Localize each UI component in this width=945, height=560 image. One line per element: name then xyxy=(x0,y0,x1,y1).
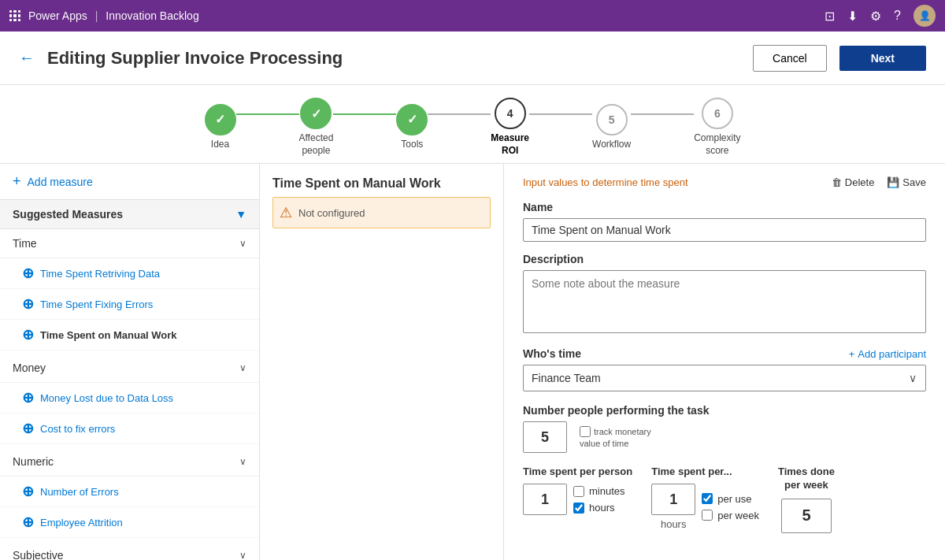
step-line-2 xyxy=(333,113,396,115)
per-use-checkbox[interactable] xyxy=(702,493,713,504)
name-label: Name xyxy=(523,201,926,213)
time-per-person-value[interactable]: 1 xyxy=(523,484,567,515)
cancel-button[interactable]: Cancel xyxy=(753,45,827,72)
per-use-text: per use xyxy=(717,493,751,505)
chevron-down-icon-numeric: ∨ xyxy=(239,456,246,467)
add-participant-button[interactable]: + Add participant xyxy=(849,348,926,360)
measure-label-manual: Time Spent on Manual Work xyxy=(40,329,177,341)
hours-checkbox[interactable] xyxy=(573,503,584,514)
plus-icon-errors: ⊕ xyxy=(22,483,34,500)
main-layout: + Add measure Suggested Measures ▼ Time … xyxy=(0,164,945,560)
time-per-dot-checks: per use per week xyxy=(702,493,759,521)
per-week-checkbox[interactable] xyxy=(702,510,713,521)
track-monetary-input[interactable] xyxy=(580,426,591,437)
list-item-manual[interactable]: ⊕ Time Spent on Manual Work xyxy=(0,320,259,350)
warning-icon: ⚠ xyxy=(280,204,292,221)
category-money[interactable]: Money ∨ xyxy=(0,354,259,383)
num-people-label: Number people performing the task xyxy=(523,404,926,417)
download-icon[interactable]: ⬇ xyxy=(847,9,858,24)
save-button[interactable]: 💾 Save xyxy=(887,176,926,188)
hours-unit-label: hours xyxy=(661,518,687,530)
add-measure-label: Add measure xyxy=(28,176,93,188)
step-label-tools: Tools xyxy=(401,139,423,151)
time-per-person-label: Time spent per person xyxy=(523,465,632,477)
plus-icon-attrition: ⊕ xyxy=(22,514,34,531)
chevron-down-icon-money: ∨ xyxy=(239,362,246,373)
next-button[interactable]: Next xyxy=(839,46,926,71)
minutes-check-label[interactable]: minutes xyxy=(573,485,625,497)
apps-grid-icon[interactable] xyxy=(9,10,20,21)
user-avatar[interactable]: 👤 xyxy=(914,5,936,27)
list-item-attrition[interactable]: ⊕ Employee Attrition xyxy=(0,507,259,538)
product-label: Innovation Backlog xyxy=(106,9,198,22)
measure-card: Time Spent on Manual Work ⚠ Not configur… xyxy=(260,164,503,241)
description-textarea[interactable] xyxy=(523,270,926,333)
step-circle-idea: ✓ xyxy=(205,104,236,135)
step-label-workflow: Workflow xyxy=(592,139,631,151)
time-per-dot-value-col: 1 hours xyxy=(651,484,695,530)
step-line-1 xyxy=(236,113,299,115)
name-input[interactable] xyxy=(523,218,926,242)
step-workflow: 5 Workflow xyxy=(592,104,631,151)
filter-icon[interactable]: ▼ xyxy=(235,208,246,221)
plus-icon-retrieve: ⊕ xyxy=(22,265,34,282)
times-done-value[interactable]: 5 xyxy=(781,499,832,533)
measure-label-fixing: Time Spent Fixing Errors xyxy=(40,299,153,310)
add-measure-header[interactable]: + Add measure xyxy=(0,164,259,200)
page-header: ← Editing Supplier Invoice Processing Ca… xyxy=(0,32,945,85)
not-configured-text: Not configured xyxy=(298,207,365,219)
description-label: Description xyxy=(523,253,926,265)
time-per-dot-value[interactable]: 1 xyxy=(651,484,695,515)
save-icon: 💾 xyxy=(887,176,899,188)
step-measure-roi: 4 MeasureROI xyxy=(491,98,529,157)
not-configured-banner: ⚠ Not configured xyxy=(272,197,491,228)
team-select[interactable]: Finance Team xyxy=(523,365,926,391)
per-week-label[interactable]: per week xyxy=(702,510,759,521)
track-value-label[interactable]: value of time xyxy=(580,439,651,448)
chevron-down-icon-subjective: ∨ xyxy=(239,550,246,560)
num-people-row: 5 track monetary value of time xyxy=(523,421,926,453)
screen-icon[interactable]: ⊡ xyxy=(825,9,835,24)
category-subjective[interactable]: Subjective ∨ xyxy=(0,541,259,560)
topbar-right: ⊡ ⬇ ⚙ ? 👤 xyxy=(825,5,936,27)
num-people-value[interactable]: 5 xyxy=(523,421,567,453)
per-use-label[interactable]: per use xyxy=(702,493,759,505)
step-number-6: 6 xyxy=(714,107,721,120)
plus-icon-data-loss: ⊕ xyxy=(22,389,34,406)
settings-icon[interactable]: ⚙ xyxy=(870,9,881,24)
checkmark-icon-2: ✓ xyxy=(311,106,321,121)
category-subjective-label: Subjective xyxy=(13,549,239,560)
category-time-label: Time xyxy=(13,237,239,250)
list-item-fixing[interactable]: ⊕ Time Spent Fixing Errors xyxy=(0,289,259,320)
time-per-dot-label: Time spent per... xyxy=(651,465,759,477)
step-circle-affected: ✓ xyxy=(300,98,332,129)
hours-check-label[interactable]: hours xyxy=(573,502,625,514)
minutes-checkbox[interactable] xyxy=(573,486,584,497)
track-monetary-label[interactable]: track monetary xyxy=(580,426,651,437)
save-label: Save xyxy=(902,176,926,188)
add-icon: + xyxy=(13,173,21,190)
sidebar: + Add measure Suggested Measures ▼ Time … xyxy=(0,164,260,560)
list-item-retrieve[interactable]: ⊕ Time Spent Retriving Data xyxy=(0,258,259,289)
step-line-5 xyxy=(631,113,694,115)
times-done-col: Times doneper week 5 xyxy=(778,465,835,533)
delete-button[interactable]: 🗑 Delete xyxy=(832,176,875,188)
category-numeric[interactable]: Numeric ∨ xyxy=(0,447,259,477)
category-time[interactable]: Time ∨ xyxy=(0,229,259,258)
step-label-idea: Idea xyxy=(211,139,229,151)
step-affected-people: ✓ Affectedpeople xyxy=(299,98,334,157)
help-icon[interactable]: ? xyxy=(894,9,901,23)
team-select-wrapper: Finance Team ∨ xyxy=(523,365,926,391)
topbar: Power Apps | Innovation Backlog ⊡ ⬇ ⚙ ? … xyxy=(0,0,945,32)
back-button[interactable]: ← xyxy=(19,49,35,67)
step-circle-measure: 4 xyxy=(495,98,526,129)
step-label-affected: Affectedpeople xyxy=(299,132,334,157)
brand-sep: | xyxy=(95,9,98,22)
step-circle-tools: ✓ xyxy=(396,104,428,135)
list-item-fix-errors[interactable]: ⊕ Cost to fix errors xyxy=(0,414,259,444)
list-item-errors[interactable]: ⊕ Number of Errors xyxy=(0,477,259,507)
list-item-data-loss[interactable]: ⊕ Money Lost due to Data Loss xyxy=(0,383,259,414)
suggested-measures-header: Suggested Measures ▼ xyxy=(0,200,259,229)
brand-label: Power Apps xyxy=(28,9,87,22)
checkmark-icon-3: ✓ xyxy=(407,112,417,127)
